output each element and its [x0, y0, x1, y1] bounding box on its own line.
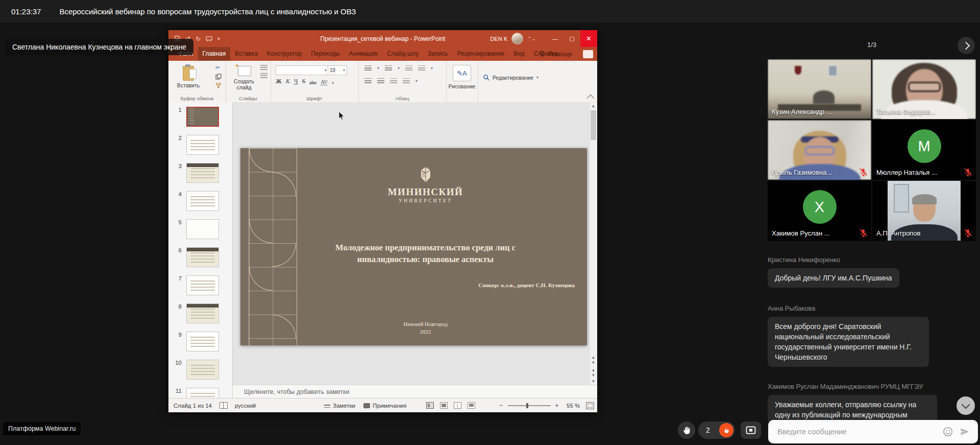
- smiley-icon: [942, 426, 953, 437]
- paste-icon: [183, 66, 194, 81]
- mouse-cursor: [338, 111, 346, 121]
- slide-thumb-9: [186, 332, 219, 352]
- comments-status-icon: [363, 403, 370, 408]
- normal-view-icon: [426, 402, 434, 409]
- participant-name: Татьяна Федоров...: [876, 108, 936, 115]
- chat-author: Хакимов Руслан Мадаминджанович РУМЦ МГГЭ…: [768, 383, 923, 390]
- flame-icon: [723, 427, 730, 434]
- slide-thumb-1: [186, 107, 219, 127]
- underline-button: Ч: [294, 78, 298, 85]
- ppt-tab-insert: Вставка: [230, 47, 262, 61]
- view-switcher: [426, 399, 475, 412]
- slides-mini-buttons: [260, 65, 267, 79]
- slide-thumbnail-panel: 1 2 3 4 5 6 7 8 9 10 11: [168, 102, 233, 399]
- paragraph-row-2: ▾: [364, 78, 418, 84]
- thumbnail-item: 9: [168, 327, 232, 355]
- columns-icon: [403, 78, 410, 84]
- ppt-account-avatar: [511, 33, 523, 44]
- shared-screen-powerpoint: ↺ ↻ ▾ Презентация_сетевой вебинар - Powe…: [168, 30, 597, 412]
- participant-tile[interactable]: Кузин Александр ...: [768, 59, 871, 119]
- chat-message: Добрый день! ЛГУ им.А.С.Пушкина: [768, 268, 899, 288]
- chat-author: Анна Рыбакова: [768, 305, 815, 312]
- fire-reaction-button[interactable]: [719, 423, 733, 437]
- reactions-control[interactable]: 2: [698, 421, 735, 439]
- slide-thumb-10: [186, 360, 219, 380]
- ppt-tab-slideshow: Слайд-шоу: [382, 47, 423, 61]
- slide-title-line2: инвалидностью: правовые аспекты: [264, 253, 587, 265]
- thumb-number: 4: [175, 191, 182, 215]
- picture-in-picture-button[interactable]: [741, 421, 761, 439]
- thumb-number: 3: [175, 163, 182, 186]
- spellcheck-icon: [219, 399, 228, 412]
- thumbnail-item: 8: [168, 299, 232, 327]
- slide-sorter-icon: [440, 402, 448, 409]
- chat-scroll-down-button[interactable]: [957, 396, 975, 415]
- zoom-in-control: +: [555, 399, 559, 412]
- thumbnail-item: 4: [168, 186, 232, 215]
- thumb-number: 5: [175, 219, 182, 243]
- strikethrough-button: abc: [309, 80, 316, 85]
- italic-button: К: [286, 78, 290, 85]
- thumbnail-item: 7: [168, 271, 232, 299]
- notes-icon: [324, 405, 330, 408]
- editing-inner: Редактирование ▾: [483, 74, 538, 81]
- slide-thumb-8: [186, 303, 219, 323]
- ppt-assistant-label: Помощн: [548, 51, 572, 58]
- align-left-icon: [364, 78, 372, 84]
- previous-slide-icon: ▲▲: [590, 355, 597, 364]
- indent-icon: [405, 65, 412, 71]
- ppt-tab-view: Вид: [509, 47, 529, 61]
- thumb-number: 11: [175, 388, 182, 399]
- thumbnail-item: 3: [168, 158, 232, 186]
- ppt-tab-record: Запись: [423, 47, 452, 61]
- scrollbar-thumb: [591, 110, 596, 140]
- slide-thumb-2: [186, 135, 219, 155]
- ppt-title-bar: ↺ ↻ ▾ Презентация_сетевой вебинар - Powe…: [168, 30, 597, 47]
- raise-hand-button[interactable]: [678, 421, 695, 439]
- group-label-font: Шрифт: [271, 96, 358, 101]
- tiles-pagination: 1/3: [768, 41, 976, 49]
- tiles-next-page-button[interactable]: [958, 37, 975, 54]
- slide-thumb-4: [186, 191, 219, 211]
- participant-tile[interactable]: М Мюллер Наталья ...: [872, 120, 976, 180]
- slide-thumb-5: [186, 219, 219, 239]
- char-spacing-button: AV: [321, 79, 328, 85]
- participant-tile[interactable]: Татьяна Федоров...: [872, 59, 976, 119]
- participant-tile[interactable]: Гузель Газимовна...: [768, 120, 871, 180]
- group-label-slides: Слайды: [226, 96, 271, 101]
- ribbon-group-clipboard: Вставить ✂ Буфер обмена: [168, 61, 226, 102]
- slide-thumb-11: [186, 388, 219, 399]
- participant-name: Гузель Газимовна...: [772, 169, 832, 176]
- participant-avatar: М: [908, 129, 941, 163]
- zoom-slider: [508, 399, 551, 412]
- participant-tile[interactable]: Х Хакимов Руслан ...: [768, 181, 871, 241]
- ribbon-group-slides: Создать слайд Слайды: [226, 61, 271, 102]
- participant-tile[interactable]: А.П. Антропов: [872, 181, 976, 241]
- ppt-notes-bar: Щелкните, чтобы добавить заметки: [233, 385, 597, 399]
- ribbon-group-paragraph: ▾ ▾ ▾ ▾ Абзац: [358, 61, 447, 102]
- thumbnail-item: 6: [168, 243, 232, 271]
- slide-title-line1: Молодежное предпринимательство среди лиц…: [264, 242, 587, 253]
- ppt-account-name: DEN K: [491, 36, 508, 42]
- slideshow-view-icon: [468, 402, 475, 409]
- send-button[interactable]: [960, 427, 970, 437]
- ribbon-group-drawing: ✎А Рисование: [446, 61, 478, 102]
- chevron-down-icon: [962, 401, 970, 409]
- participant-name: Хакимов Руслан ...: [772, 229, 830, 237]
- collapse-ribbon-icon: [587, 95, 594, 102]
- minimize-icon: —: [547, 30, 564, 47]
- ppt-tab-transitions: Переходы: [306, 47, 344, 61]
- paste-label: Вставить: [168, 82, 208, 88]
- new-slide-label: Создать слайд: [228, 78, 260, 90]
- ribbon-group-font: ▾ 18▾ Ж К Ч S abc AV ▾ Шрифт: [271, 61, 359, 102]
- emoji-button[interactable]: [942, 426, 953, 437]
- copy-icon: [215, 74, 222, 80]
- send-icon: [960, 427, 970, 437]
- university-logo-icon: [419, 167, 432, 183]
- thumb-number: 2: [175, 135, 182, 158]
- chat-input[interactable]: [776, 427, 942, 436]
- thumbnail-item: 2: [168, 130, 232, 158]
- cut-icon: ✂: [215, 65, 222, 71]
- reading-view-icon: [454, 402, 461, 409]
- zoom-out-control: −: [499, 399, 503, 412]
